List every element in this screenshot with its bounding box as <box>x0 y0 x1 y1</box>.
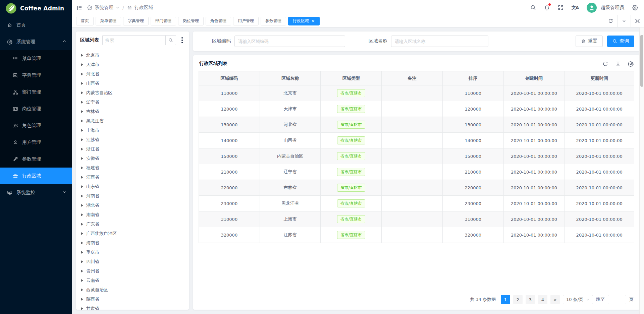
tab[interactable]: 菜单管理 × <box>96 17 121 25</box>
tree-node[interactable]: 湖北省 <box>76 201 189 210</box>
tree-node[interactable]: 山西省 <box>76 79 189 88</box>
tree-node[interactable]: 安徽省 <box>76 154 189 163</box>
caret-right-icon[interactable] <box>81 148 83 150</box>
content-fullscreen-button[interactable] <box>631 15 644 27</box>
caret-right-icon[interactable] <box>81 120 83 122</box>
region-code-input[interactable] <box>234 36 345 47</box>
search-button[interactable]: 查询 <box>607 36 634 47</box>
caret-right-icon[interactable] <box>81 270 83 272</box>
settings-gear-icon[interactable] <box>632 5 638 10</box>
fullscreen-icon[interactable] <box>558 5 564 10</box>
caret-right-icon[interactable] <box>81 138 83 141</box>
tab[interactable]: 部门管理 × <box>151 17 176 25</box>
sidebar-item-dict-mgmt[interactable]: 字典管理 <box>0 67 72 84</box>
caret-right-icon[interactable] <box>81 289 83 291</box>
translate-icon[interactable]: 文A <box>572 5 579 11</box>
tree-node[interactable]: 黑龙江省 <box>76 116 189 126</box>
tab[interactable]: 参数管理 × <box>261 17 286 25</box>
caret-right-icon[interactable] <box>81 260 83 263</box>
chevron-down-icon[interactable] <box>116 6 119 9</box>
sidebar-item-post-mgmt[interactable]: 岗位管理 <box>0 101 72 117</box>
tree-node[interactable]: 陕西省 <box>76 295 189 304</box>
page-button[interactable]: 1 <box>501 295 510 304</box>
sidebar-group-monitor[interactable]: 系统监控 <box>0 184 72 201</box>
user-name[interactable]: 超级管理员 <box>601 5 624 11</box>
tree-node[interactable]: 湖南省 <box>76 210 189 219</box>
tab[interactable]: 角色管理 × <box>206 17 231 25</box>
caret-right-icon[interactable] <box>81 110 83 113</box>
tree-node[interactable]: 内蒙古自治区 <box>76 88 189 98</box>
tree-node[interactable]: 浙江省 <box>76 144 189 154</box>
tree-node[interactable]: 天津市 <box>76 60 189 69</box>
next-page-button[interactable]: > <box>550 295 560 304</box>
row-density-icon[interactable] <box>615 61 621 67</box>
app-logo[interactable]: Coffee Admin <box>0 0 72 17</box>
caret-right-icon[interactable] <box>81 82 83 85</box>
tree-node[interactable]: 江西省 <box>76 173 189 182</box>
tree-node[interactable]: 西藏自治区 <box>76 285 189 295</box>
tree-search-input[interactable] <box>102 35 165 45</box>
tree-node[interactable]: 贵州省 <box>76 266 189 276</box>
caret-right-icon[interactable] <box>81 73 83 75</box>
tree-node[interactable]: 四川省 <box>76 257 189 266</box>
notification-bell[interactable] <box>544 4 550 11</box>
tab-close-icon[interactable]: × <box>311 19 315 23</box>
caret-right-icon[interactable] <box>81 167 83 169</box>
sidebar-item-role-mgmt[interactable]: 角色管理 <box>0 117 72 134</box>
page-size-select[interactable]: 10 条/页 <box>563 295 593 304</box>
column-settings-icon[interactable] <box>628 61 634 67</box>
tree-node[interactable]: 河北省 <box>76 69 189 79</box>
caret-right-icon[interactable] <box>81 91 83 94</box>
tabs-refresh-button[interactable] <box>604 15 617 27</box>
tree-node[interactable]: 重庆市 <box>76 248 189 257</box>
caret-right-icon[interactable] <box>81 213 83 216</box>
tree-node[interactable]: 广东省 <box>76 219 189 229</box>
tab[interactable]: 首页 × <box>76 17 94 25</box>
caret-right-icon[interactable] <box>81 157 83 160</box>
caret-right-icon[interactable] <box>81 279 83 282</box>
caret-right-icon[interactable] <box>81 298 83 301</box>
tab[interactable]: 岗位管理 × <box>178 17 204 25</box>
caret-right-icon[interactable] <box>81 54 83 57</box>
sidebar-group-system[interactable]: 系统管理 <box>0 34 72 50</box>
collapse-sidebar-icon[interactable] <box>76 5 83 11</box>
sidebar-item-menu-mgmt[interactable]: 菜单管理 <box>0 50 72 67</box>
search-icon[interactable] <box>530 5 536 10</box>
sidebar-item-home[interactable]: 首页 <box>0 17 72 34</box>
refresh-icon[interactable] <box>602 61 608 67</box>
caret-right-icon[interactable] <box>81 101 83 104</box>
sidebar-item-user-mgmt[interactable]: 用户管理 <box>0 134 72 151</box>
tree-node[interactable]: 辽宁省 <box>76 98 189 107</box>
sidebar-item-region[interactable]: 行政区域 <box>0 168 72 184</box>
tabs-menu-button[interactable] <box>617 15 631 27</box>
region-name-input[interactable] <box>391 36 488 47</box>
page-button[interactable]: 2 <box>513 295 523 304</box>
window-scrollbar[interactable] <box>639 27 644 314</box>
caret-right-icon[interactable] <box>81 176 83 179</box>
avatar[interactable] <box>587 3 597 13</box>
caret-right-icon[interactable] <box>81 204 83 207</box>
caret-right-icon[interactable] <box>81 232 83 235</box>
caret-right-icon[interactable] <box>81 251 83 254</box>
tree-node[interactable]: 云南省 <box>76 276 189 285</box>
tree-node[interactable]: 山东省 <box>76 182 189 191</box>
tree-node[interactable]: 广西壮族自治区 <box>76 229 189 238</box>
caret-right-icon[interactable] <box>81 185 83 188</box>
tree-node[interactable]: 吉林省 <box>76 107 189 116</box>
caret-right-icon[interactable] <box>81 129 83 132</box>
page-button[interactable]: 4 <box>538 295 547 304</box>
tree-node[interactable]: 海南省 <box>76 238 189 248</box>
tree-search-button[interactable] <box>165 35 176 45</box>
tree-node[interactable]: 河南省 <box>76 191 189 201</box>
tab[interactable]: 行政区域 × <box>288 17 320 25</box>
page-button[interactable]: 3 <box>526 295 535 304</box>
tree-node[interactable]: 江苏省 <box>76 135 189 144</box>
tree-node[interactable]: 福建省 <box>76 163 189 173</box>
reset-button[interactable]: 重置 <box>576 36 603 47</box>
sidebar-item-param-mgmt[interactable]: 参数管理 <box>0 151 72 168</box>
tree-node[interactable]: 甘肃省 <box>76 304 189 310</box>
tree-more-button[interactable] <box>179 37 185 43</box>
tab[interactable]: 字典管理 × <box>123 17 149 25</box>
caret-right-icon[interactable] <box>81 307 83 310</box>
caret-right-icon[interactable] <box>81 63 83 66</box>
